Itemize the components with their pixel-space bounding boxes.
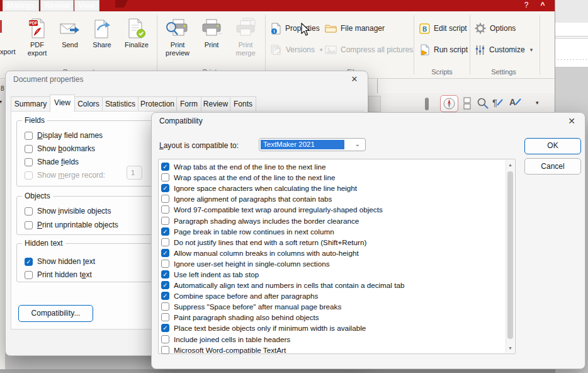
list-item[interactable]: ✓Suppress "Space before" after manual pa…	[161, 301, 515, 312]
list-item[interactable]: ✓Automatically align text and numbers in…	[161, 280, 515, 290]
versions-button: Versions ▾	[271, 43, 323, 57]
file-manager-button[interactable]: File manager	[325, 21, 385, 35]
checkbox[interactable]: ✓	[25, 132, 33, 140]
scroll-grip[interactable]	[425, 98, 429, 110]
close-icon[interactable]: ✕	[349, 74, 360, 85]
close-icon[interactable]: ✕	[566, 115, 577, 127]
checkbox[interactable]: ✓	[25, 158, 33, 166]
checkbox[interactable]: ✓	[25, 271, 33, 279]
list-item[interactable]: ✓Ignore space characters when calculatin…	[161, 183, 515, 193]
share-button[interactable]: Share	[87, 14, 117, 69]
collapse-ribbon-icon[interactable]: ^	[536, 0, 549, 11]
checkbox-show-invisible-objects[interactable]: ✓ Show invisible objects	[25, 206, 111, 216]
checkbox[interactable]: ✓	[161, 163, 169, 171]
checkbox[interactable]: ✓	[161, 184, 169, 192]
list-item[interactable]: ✓Paint paragraph shading also behind obj…	[161, 312, 515, 323]
list-item[interactable]: ✓Place text beside objects only if minim…	[161, 323, 515, 333]
window-border-fragment	[377, 79, 378, 93]
checkbox-show-hidden-text[interactable]: ✓ Show hidden text	[25, 256, 95, 267]
pages-icon[interactable]	[463, 97, 472, 110]
print-button[interactable]: ... Print	[198, 14, 225, 69]
list-item[interactable]: ✓Combine space before and after paragrap…	[161, 290, 515, 301]
list-item[interactable]: ✓Include joined cells in table headers	[161, 334, 515, 345]
scroll-up-icon[interactable]: ▲	[506, 163, 514, 167]
list-scrollbar[interactable]: ▲ ▼	[506, 160, 514, 353]
customize-button[interactable]: Customize ▾	[475, 43, 533, 57]
cancel-button[interactable]: Cancel	[524, 158, 581, 175]
checkbox[interactable]: ✓	[161, 270, 169, 278]
compatibility-combo[interactable]: TextMaker 2021 ⌄	[259, 138, 366, 151]
tab-protection[interactable]: Protection	[138, 96, 177, 112]
checkbox[interactable]: ✓	[25, 258, 33, 266]
edit-script-button[interactable]: B Edit script	[419, 21, 467, 35]
checkbox-display-field-names[interactable]: ✓ Display field names	[25, 130, 103, 141]
tab-fonts[interactable]: Fonts	[230, 96, 256, 112]
finalize-button[interactable]: Finalize	[120, 14, 154, 69]
checkbox-print-hidden-text[interactable]: ✓ Print hidden text	[25, 270, 92, 280]
pdf-export-icon: PDF	[20, 14, 54, 39]
checkbox[interactable]: ✓	[161, 313, 169, 321]
checkbox[interactable]: ✓	[25, 207, 33, 215]
send-button[interactable]: Send	[57, 14, 83, 69]
tab-statistics[interactable]: Statistics	[102, 96, 139, 112]
checkbox[interactable]: ✓	[161, 238, 169, 246]
toolbar-more-chevron-icon[interactable]: ▾	[536, 100, 539, 106]
format-paragraph-brush-icon[interactable]: ¶	[492, 97, 503, 108]
list-item[interactable]: ✓Allow manual column breaks in columns w…	[161, 248, 515, 258]
checkbox[interactable]: ✓	[161, 302, 169, 311]
list-item[interactable]: ✓Wrap tabs at the end of the line to the…	[161, 161, 515, 172]
format-character-brush-icon[interactable]: A	[509, 97, 521, 107]
pdf-export-button[interactable]: PDF PDF export	[20, 14, 54, 69]
list-item[interactable]: ✓Use left indent as tab stop	[161, 269, 515, 280]
compatibility-button[interactable]: Compatibility...	[18, 305, 93, 322]
list-item[interactable]: ✓Do not justify lines that end with a so…	[161, 237, 515, 248]
properties-button[interactable]: i Properties	[271, 21, 320, 35]
checkbox[interactable]: ✓	[161, 227, 169, 236]
search-icon[interactable]	[477, 97, 489, 110]
navigation-toggle-button[interactable]	[440, 95, 458, 112]
checkbox[interactable]: ✓	[161, 346, 169, 354]
list-item[interactable]: ✓Word 97-compatible text wrap around irr…	[161, 204, 515, 215]
checkbox[interactable]: ✓	[161, 292, 169, 300]
checkbox[interactable]: ✓	[161, 249, 169, 257]
tab-form[interactable]: Form	[176, 96, 201, 112]
help-icon[interactable]: ?	[520, 0, 533, 11]
run-script-icon	[419, 44, 430, 56]
list-item[interactable]: ✓Paragraph shading always includes the b…	[161, 215, 515, 226]
checkbox[interactable]: ✓	[161, 335, 169, 343]
ribbon-tab-review[interactable]: Review	[40, 0, 74, 11]
ok-button[interactable]: OK	[524, 138, 581, 154]
list-item[interactable]: ✓Microsoft Word-compatible TextArt	[161, 345, 515, 355]
tab-colors[interactable]: Colors	[74, 96, 103, 112]
checkbox-show-bookmarks[interactable]: ✓ Show bookmarks	[25, 144, 95, 154]
compatibility-options-list[interactable]: ✓Wrap tabs at the end of the line to the…	[158, 159, 516, 354]
list-item[interactable]: ✓Ignore user-set height in single-column…	[161, 258, 515, 269]
checkbox[interactable]: ✓	[161, 205, 169, 214]
toolbar-fragment-left: 8 ▾	[0, 79, 5, 369]
svg-text:B: B	[422, 25, 427, 32]
scrollbar-thumb[interactable]	[507, 171, 513, 339]
tab-summary[interactable]: Summary	[11, 96, 50, 112]
options-button[interactable]: Options	[475, 21, 516, 35]
checkbox[interactable]: ✓	[161, 173, 169, 181]
checkbox[interactable]: ✓	[161, 281, 169, 289]
checkbox-shade-fields[interactable]: ✓ Shade fields	[25, 157, 79, 167]
checkbox[interactable]: ✓	[161, 260, 169, 268]
checkbox[interactable]: ✓	[161, 195, 169, 203]
tab-review[interactable]: Review	[201, 96, 230, 112]
print-preview-button[interactable]: Print preview	[160, 14, 195, 69]
pen-overlay	[515, 98, 521, 105]
run-script-button[interactable]: Run script	[419, 43, 468, 57]
tab-view[interactable]: View	[50, 95, 75, 112]
ribbon-tab-view[interactable]: View	[74, 0, 99, 11]
scroll-down-icon[interactable]: ▼	[506, 346, 514, 350]
checkbox[interactable]: ✓	[161, 217, 169, 225]
ribbon-tab-mailings[interactable]: Mailings	[3, 0, 39, 11]
list-item[interactable]: ✓Page break in table row continues in ne…	[161, 226, 515, 237]
list-item[interactable]: ✓Wrap spaces at the end of the line to t…	[161, 172, 515, 183]
checkbox-print-unprintable-objects[interactable]: ✓ Print unprintable objects	[25, 220, 118, 230]
checkbox[interactable]: ✓	[25, 145, 33, 153]
checkbox[interactable]: ✓	[161, 324, 169, 332]
checkbox[interactable]: ✓	[25, 221, 33, 229]
list-item[interactable]: ✓Ignore alignment of paragraphs that con…	[161, 193, 515, 204]
